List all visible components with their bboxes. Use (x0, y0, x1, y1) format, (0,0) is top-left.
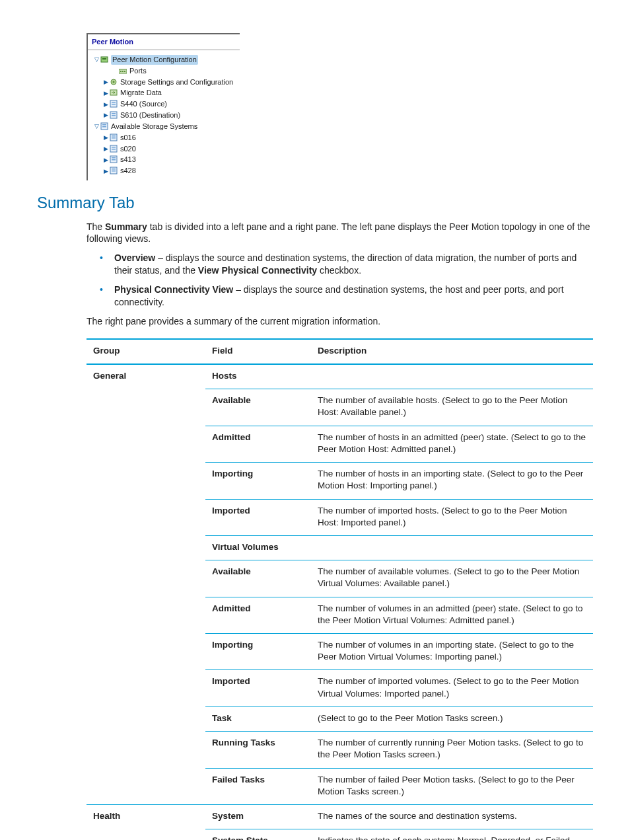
svg-rect-20 (112, 135, 116, 137)
tree-item-label: s016 (120, 133, 136, 143)
expand-icon: ▶ (102, 145, 109, 153)
field: Importing (205, 634, 311, 670)
svg-rect-11 (112, 102, 116, 103)
tree-item[interactable]: ▶Storage Settings and Configuration (93, 77, 237, 88)
sys-icon (109, 155, 118, 165)
tree-item-label: s413 (120, 155, 136, 165)
table-row: General Hosts (87, 364, 593, 389)
subhead-vv: Virtual Volumes (205, 535, 593, 560)
tree-item-label: S440 (Source) (120, 99, 167, 109)
section-heading: Summary Tab (37, 192, 593, 213)
svg-rect-27 (112, 159, 116, 161)
field: Available (205, 560, 311, 597)
desc: The number of currently running Peer Mot… (311, 732, 593, 768)
svg-rect-1 (102, 58, 106, 59)
config-icon (100, 55, 109, 65)
expand-icon: ▶ (102, 111, 109, 119)
summary-table: Group Field Description General Hosts Av… (87, 338, 593, 840)
sys-icon (109, 144, 118, 154)
bullet-physical-view: Physical Connectivity View – displays th… (100, 284, 593, 309)
bold-text: Overview (114, 252, 155, 263)
bold-text: Summary (105, 221, 147, 232)
field: Importing (205, 463, 311, 499)
svg-rect-2 (102, 59, 106, 60)
tree-body: ▽ Peer Motion Configuration Ports▶Storag… (88, 50, 240, 180)
tree-item[interactable]: ▶S610 (Destination) (93, 110, 237, 121)
table-row: Health SystemThe names of the source and… (87, 805, 593, 829)
tree-item-label: Storage Settings and Configuration (120, 77, 233, 87)
tree-root-label: Peer Motion Configuration (111, 55, 198, 65)
desc: The number of imported volumes. (Select … (311, 670, 593, 706)
intro-para-2: The right pane provides a summary of the… (87, 315, 593, 328)
subhead-hosts: Hosts (205, 364, 593, 389)
mig-icon (109, 88, 118, 98)
tree-item[interactable]: ▶s428 (93, 165, 237, 176)
desc: Indicates the state of each system: Norm… (311, 829, 593, 840)
tree-item[interactable]: ▶Migrate Data (93, 87, 237, 98)
field: Task (205, 706, 311, 731)
svg-rect-23 (112, 147, 116, 148)
desc: The number of failed Peer Motion tasks. … (311, 768, 593, 804)
svg-point-8 (113, 81, 115, 83)
tree-avail-label: Available Storage Systems (111, 122, 197, 132)
svg-rect-14 (112, 113, 116, 114)
group-health: Health (87, 805, 205, 841)
svg-rect-26 (112, 157, 116, 159)
tree-item[interactable]: ▶s413 (93, 154, 237, 165)
desc: The number of imported hosts. (Select to… (311, 499, 593, 535)
expand-icon: ▶ (102, 134, 109, 141)
desc: The number of hosts in an admitted (peer… (311, 426, 593, 462)
tree-item[interactable]: Ports (93, 65, 237, 77)
tree-item-label: Ports (129, 66, 147, 76)
tree-item[interactable]: ▶s016 (93, 132, 237, 143)
field: Admitted (205, 426, 311, 462)
expand-icon: ▶ (102, 167, 109, 175)
svg-rect-21 (112, 137, 116, 139)
bold-text: View Physical Connectivity (198, 265, 317, 276)
desc: The number of volumes in an importing st… (311, 634, 593, 670)
gear-icon (109, 77, 118, 87)
field: Imported (205, 670, 311, 706)
body-content: The Summary tab is divided into a left p… (87, 221, 593, 840)
desc: The number of available volumes. (Select… (311, 560, 593, 597)
bold-text: Physical Connectivity View (114, 284, 233, 295)
text: checkbox. (317, 265, 361, 276)
field: Admitted (205, 597, 311, 633)
svg-rect-4 (120, 71, 122, 72)
desc: The number of volumes in an admitted (pe… (311, 597, 593, 633)
sys-icon (109, 110, 118, 120)
ports-icon (118, 66, 127, 76)
th-description: Description (311, 339, 593, 364)
sys-icon (109, 133, 118, 143)
expand-icon: ▶ (102, 100, 109, 108)
text: tab is divided into a left pane and a ri… (87, 221, 590, 245)
intro-para-1: The Summary tab is divided into a left p… (87, 221, 593, 246)
svg-rect-12 (112, 104, 116, 105)
svg-rect-30 (112, 171, 116, 172)
tree-avail-row[interactable]: ▽ Available Storage Systems (93, 121, 237, 132)
text: The (87, 221, 105, 232)
bullet-list: Overview – displays the source and desti… (87, 252, 593, 309)
tree-title: Peer Motion (88, 34, 240, 50)
expand-icon: ▶ (102, 89, 109, 97)
th-group: Group (87, 339, 205, 364)
field: Available (205, 389, 311, 426)
tree-item[interactable]: ▶s020 (93, 143, 237, 155)
sys-icon (109, 99, 118, 109)
field: Imported (205, 499, 311, 535)
group-general: General (87, 364, 205, 805)
desc: The names of the source and destination … (311, 805, 593, 829)
tree-root-row[interactable]: ▽ Peer Motion Configuration (93, 54, 237, 65)
desc: The number of available hosts. (Select t… (311, 389, 593, 426)
sys-icon (109, 166, 118, 176)
svg-rect-5 (122, 71, 123, 72)
expand-down-icon: ▽ (93, 122, 100, 130)
tree-item-label: S610 (Destination) (120, 110, 180, 120)
expand-icon: ▶ (102, 78, 109, 86)
table-header-row: Group Field Description (87, 339, 593, 364)
th-field: Field (205, 339, 311, 364)
tree-item[interactable]: ▶S440 (Source) (93, 98, 237, 110)
storage-icon (100, 122, 109, 132)
field: Running Tasks (205, 732, 311, 768)
bullet-overview: Overview – displays the source and desti… (100, 252, 593, 277)
